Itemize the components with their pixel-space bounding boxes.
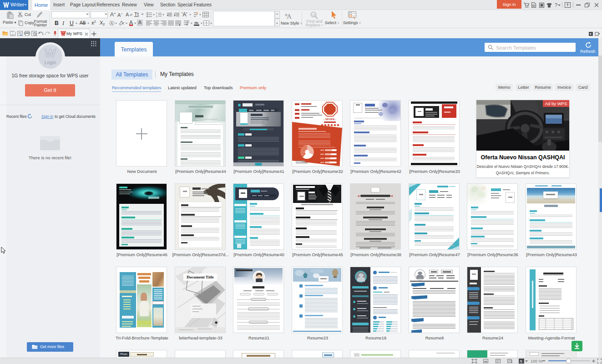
svg-text:▾: ▾ xyxy=(590,32,592,35)
svg-text:1: 1 xyxy=(156,12,157,15)
svg-text:A: A xyxy=(287,13,292,20)
svg-text:2: 2 xyxy=(156,15,157,18)
svg-text:D: D xyxy=(532,4,535,8)
svg-text:ab: ab xyxy=(312,13,316,16)
svg-text:¶: ¶ xyxy=(520,359,522,364)
